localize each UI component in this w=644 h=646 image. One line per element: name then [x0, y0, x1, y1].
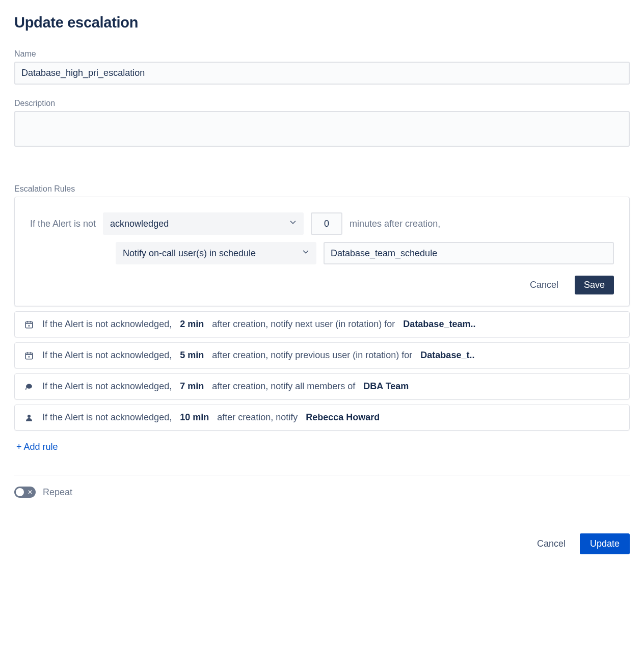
rule-mid: after creation, notify all members of [212, 381, 355, 392]
rules-label: Escalation Rules [14, 184, 630, 194]
rule-editor-card: If the Alert is not acknowledged minutes… [14, 197, 630, 306]
cancel-button[interactable]: Cancel [535, 535, 568, 552]
repeat-toggle[interactable]: ✕ [14, 487, 36, 498]
description-input[interactable] [14, 111, 630, 147]
rule-target: Rebecca Howard [306, 412, 380, 423]
update-button[interactable]: Update [580, 533, 630, 554]
close-icon: ✕ [28, 489, 33, 495]
editor-save-button[interactable]: Save [575, 276, 614, 294]
team-icon [24, 382, 34, 392]
rule-target: DBA Team [363, 381, 409, 392]
page-title: Update escalation [14, 14, 630, 31]
rule-time: 10 min [180, 412, 209, 423]
repeat-label: Repeat [43, 487, 72, 498]
editor-cancel-button[interactable]: Cancel [528, 277, 560, 293]
description-label: Description [14, 99, 630, 108]
chevron-down-icon [288, 218, 298, 230]
minutes-input[interactable] [311, 212, 342, 235]
rule-time: 5 min [180, 350, 204, 361]
schedule-icon [24, 351, 34, 360]
rule-prefix: If the Alert is not acknowledged, [42, 350, 172, 361]
name-label: Name [14, 49, 630, 59]
rule-mid: after creation, notify previous user (in… [212, 350, 412, 361]
rule-prefix: If the Alert is not acknowledged, [42, 319, 172, 330]
rule-card[interactable]: If the Alert is not acknowledged,10 mina… [14, 405, 630, 430]
schedule-icon [24, 320, 34, 329]
editor-prefix-text: If the Alert is not [30, 219, 96, 229]
rule-prefix: If the Alert is not acknowledged, [42, 412, 172, 423]
target-input[interactable] [324, 242, 614, 264]
chevron-down-icon [301, 248, 310, 259]
action-value: Notify on-call user(s) in schedule [123, 248, 256, 259]
svg-point-3 [28, 415, 31, 418]
rule-card[interactable]: If the Alert is not acknowledged,5 minaf… [14, 342, 630, 368]
user-icon [24, 413, 34, 422]
condition-select[interactable]: acknowledged [103, 212, 304, 235]
svg-rect-0 [25, 321, 33, 328]
minutes-suffix-text: minutes after creation, [350, 219, 440, 229]
rule-mid: after creation, notify next user (in rot… [212, 319, 395, 330]
rule-target: Database_t.. [420, 350, 474, 361]
rule-target: Database_team.. [403, 319, 475, 330]
rule-mid: after creation, notify [217, 412, 298, 423]
rule-prefix: If the Alert is not acknowledged, [42, 381, 172, 392]
action-select[interactable]: Notify on-call user(s) in schedule [116, 242, 316, 264]
svg-rect-1 [25, 353, 33, 359]
rule-card[interactable]: If the Alert is not acknowledged,7 minaf… [14, 373, 630, 399]
condition-value: acknowledged [110, 219, 169, 229]
rule-time: 2 min [180, 319, 204, 330]
add-rule-button[interactable]: + Add rule [14, 440, 60, 454]
rule-time: 7 min [180, 381, 204, 392]
rule-card[interactable]: If the Alert is not acknowledged,2 minaf… [14, 311, 630, 337]
name-input[interactable] [14, 62, 630, 85]
svg-point-2 [26, 384, 32, 388]
